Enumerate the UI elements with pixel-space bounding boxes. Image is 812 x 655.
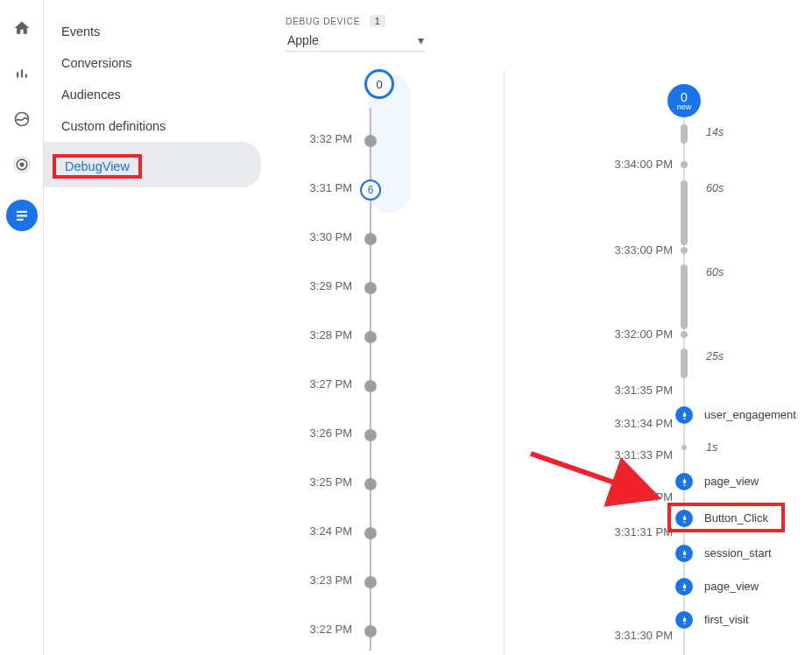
sidebar-item-custom-definitions[interactable]: Custom definitions [44, 110, 261, 142]
stream-time-label: 3:33:00 PM [597, 243, 673, 257]
stream-time-label: 3:31:30 PM [597, 629, 673, 642]
event-icon[interactable] [675, 578, 693, 595]
sidebar-item-audiences[interactable]: Audiences [44, 79, 261, 110]
svg-point-1 [19, 163, 24, 167]
stream-gap-label: 60s [706, 182, 724, 194]
stream-time-label: 3:31:32 PM [597, 490, 673, 504]
minute-row[interactable]: 3:32 PM [291, 127, 486, 176]
minute-time: 3:26 PM [291, 426, 352, 440]
svg-rect-4 [17, 211, 27, 213]
sidebar: Events Conversions Audiences Custom defi… [44, 0, 261, 655]
nav-home-icon[interactable] [11, 18, 32, 39]
event-icon[interactable] [675, 545, 693, 562]
stream-tick-dot [681, 445, 687, 450]
minute-time: 3:22 PM [291, 623, 352, 636]
nav-explore-icon[interactable] [11, 109, 32, 130]
minute-dot [364, 331, 377, 343]
annotation-highlight-debugview: DebugView [53, 154, 142, 179]
left-rail [0, 0, 44, 655]
nav-reports-icon[interactable] [11, 63, 32, 84]
minute-dot [364, 478, 377, 490]
stream-gap-label: 60s [706, 266, 724, 278]
debug-device-selected: Apple [287, 33, 319, 47]
stream-gap-segment [681, 349, 688, 378]
debug-device-count: 1 [370, 15, 385, 27]
stream-time-label: 3:31:35 PM [597, 384, 673, 397]
stream-gap-segment [681, 180, 688, 245]
debug-device-label: DEBUG DEVICE [286, 17, 360, 26]
minute-row[interactable]: 3:23 PM [291, 568, 486, 617]
stream-time-label: 3:34:00 PM [597, 158, 673, 171]
svg-rect-6 [17, 219, 24, 221]
annotation-highlight-event [667, 503, 785, 532]
stream-gap-segment [681, 124, 688, 144]
minute-time: 3:25 PM [291, 475, 352, 489]
stream-tick-dot [681, 331, 688, 338]
minute-row[interactable]: 3:27 PM [291, 372, 486, 421]
stream-gap-label: 25s [706, 350, 724, 363]
stream-gap-label: 14s [706, 126, 724, 138]
event-icon[interactable] [675, 406, 693, 424]
minute-dot [364, 576, 377, 588]
minute-row[interactable]: 3:22 PM [291, 617, 486, 655]
event-icon[interactable] [675, 473, 693, 490]
minute-time: 3:30 PM [291, 230, 352, 243]
minute-row[interactable]: 3:26 PM [291, 421, 486, 470]
minute-time: 3:27 PM [291, 377, 352, 391]
live-count-bubble[interactable]: 0 [364, 69, 394, 99]
stream-bubble-label: new [677, 102, 692, 111]
minute-dot [364, 625, 377, 637]
stream-tick-dot [681, 161, 688, 168]
chevron-down-icon: ▾ [418, 33, 424, 47]
stream-time-label: 3:31:34 PM [597, 417, 673, 430]
debug-device-select[interactable]: Apple ▾ [286, 28, 426, 52]
event-stream-panel: 0 new 14s60s60s25s3:34:00 PM3:33:00 PM3:… [504, 70, 812, 655]
minute-time: 3:23 PM [291, 574, 352, 587]
event-name[interactable]: page_view [704, 475, 759, 488]
stream-gap-label: 1s [706, 441, 717, 454]
minute-dot [364, 233, 377, 245]
nav-realtime-icon[interactable] [11, 154, 32, 175]
stream-tick-dot [681, 247, 688, 254]
minute-row[interactable]: 3:25 PM [291, 470, 486, 519]
event-name[interactable]: page_view [704, 580, 759, 593]
minute-dot [364, 527, 377, 539]
minute-row[interactable]: 3:28 PM [291, 323, 486, 372]
sidebar-item-debugview[interactable]: DebugView [44, 142, 261, 187]
minute-count-circle[interactable]: 6 [360, 180, 381, 201]
minute-time: 3:29 PM [291, 279, 352, 292]
stream-time-label: 3:31:33 PM [597, 448, 673, 461]
event-name[interactable]: session_start [704, 546, 772, 560]
minute-time: 3:31 PM [291, 181, 352, 194]
minute-dot [364, 135, 377, 147]
minute-dot [364, 429, 377, 441]
stream-time-label: 3:32:00 PM [597, 328, 673, 341]
sidebar-item-label: DebugView [65, 159, 130, 173]
minute-row[interactable]: 3:30 PM [291, 225, 486, 274]
nav-configure-icon[interactable] [6, 200, 38, 231]
minute-time: 3:32 PM [291, 132, 352, 145]
minute-dot [364, 282, 377, 294]
minute-row[interactable]: 3:29 PM [291, 274, 486, 323]
stream-gap-segment [681, 264, 688, 329]
sidebar-item-events[interactable]: Events [44, 16, 261, 47]
event-icon[interactable] [675, 611, 693, 629]
stream-time-label: 3:31:31 PM [597, 525, 673, 539]
minute-dot [364, 380, 377, 392]
stream-new-bubble[interactable]: 0 new [667, 84, 701, 117]
minute-row[interactable]: 3:24 PM [291, 519, 486, 568]
minute-time: 3:24 PM [291, 525, 352, 538]
minute-row[interactable]: 3:31 PM6 [291, 176, 486, 225]
event-name[interactable]: first_visit [704, 613, 749, 626]
minute-timeline-panel: DEBUG DEVICE 1 Apple ▾ 0 3:32 PM3:31 PM6… [261, 0, 504, 655]
minute-time: 3:28 PM [291, 328, 352, 342]
event-name[interactable]: user_engagement [704, 408, 796, 421]
sidebar-item-conversions[interactable]: Conversions [44, 47, 261, 79]
svg-rect-5 [17, 215, 27, 216]
